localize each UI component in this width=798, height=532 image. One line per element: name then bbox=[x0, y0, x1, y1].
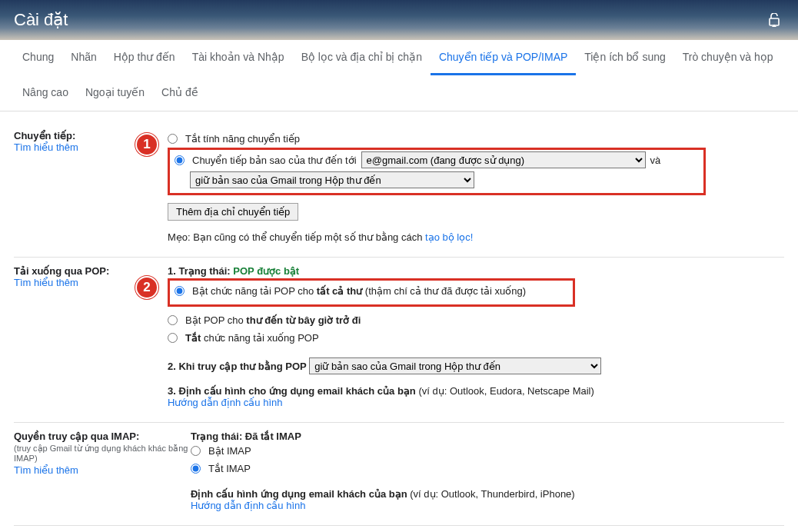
pop-disable-radio[interactable] bbox=[168, 333, 178, 343]
tab-labels[interactable]: Nhãn bbox=[62, 40, 105, 75]
tab-themes[interactable]: Chủ đề bbox=[153, 75, 207, 111]
forwarding-disable-radio[interactable] bbox=[168, 134, 178, 144]
imap-enable-label: Bật IMAP bbox=[208, 444, 251, 458]
section-pop: Tải xuống qua POP: Tìm hiểu thêm 2 1. Tr… bbox=[14, 258, 784, 423]
tabs-row-2: Nâng cao Ngoại tuyến Chủ đề bbox=[14, 75, 784, 111]
imap-disable-radio[interactable] bbox=[191, 464, 201, 474]
forwarding-email-select[interactable]: e@gmail.com (đang được sử dụng) bbox=[361, 151, 646, 168]
tab-forwarding-pop-imap[interactable]: Chuyển tiếp và POP/IMAP bbox=[431, 40, 576, 75]
imap-status-value: Đã tắt IMAP bbox=[245, 431, 301, 442]
imap-disable-label: Tắt IMAP bbox=[208, 461, 251, 476]
annotation-badge-2: 2 bbox=[135, 276, 158, 299]
imap-config: Định cấu hình ứng dụng email khách của b… bbox=[191, 488, 784, 511]
annotation-badge-1: 1 bbox=[135, 133, 158, 156]
forwarding-enable-prefix: Chuyển tiếp bản sao của thư đến tới bbox=[192, 155, 357, 166]
tab-filters[interactable]: Bộ lọc và địa chỉ bị chặn bbox=[293, 40, 431, 75]
forwarding-callout: Chuyển tiếp bản sao của thư đến tới e@gm… bbox=[168, 148, 706, 195]
forwarding-disable-label: Tắt tính năng chuyển tiếp bbox=[185, 131, 300, 146]
pop-callout: Bật chức năng tải POP cho tất cả thư (th… bbox=[168, 278, 575, 307]
settings-header: Cài đặt bbox=[0, 0, 798, 40]
tab-accounts[interactable]: Tài khoản và Nhập bbox=[184, 40, 293, 75]
imap-learn-more-link[interactable]: Tìm hiểu thêm bbox=[14, 464, 78, 476]
pop-step-3: 3. Định cấu hình cho ứng dụng email khác… bbox=[168, 385, 784, 408]
pop-enable-all-label: Bật chức năng tải POP cho tất cả thư (th… bbox=[192, 284, 526, 298]
settings-content: Chuyển tiếp: Tìm hiểu thêm 1 Tắt tính nă… bbox=[0, 111, 798, 532]
imap-label: Quyền truy cập qua IMAP: bbox=[14, 431, 191, 442]
forwarding-learn-more-link[interactable]: Tìm hiểu thêm bbox=[14, 141, 78, 153]
pop-enable-all-radio[interactable] bbox=[175, 286, 185, 296]
pop-config-guide-link[interactable]: Hướng dẫn định cấu hình bbox=[168, 397, 282, 408]
tab-advanced[interactable]: Nâng cao bbox=[14, 75, 77, 111]
section-imap: Quyền truy cập qua IMAP: (truy cập Gmail… bbox=[14, 423, 784, 526]
settings-tabs: Chung Nhãn Hộp thư đến Tài khoản và Nhập… bbox=[0, 40, 798, 111]
add-forwarding-address-button[interactable]: Thêm địa chỉ chuyển tiếp bbox=[168, 203, 298, 221]
pop-status-line: 1. Trạng thái: POP được bật bbox=[168, 265, 784, 277]
pop-access-action-select[interactable]: giữ bản sao của Gmail trong Hộp thư đến bbox=[309, 357, 601, 374]
pop-step-2: 2. Khi truy cập thư bằng POP giữ bản sao… bbox=[168, 357, 784, 374]
pop-status-value: POP được bật bbox=[233, 265, 299, 277]
tab-addons[interactable]: Tiện ích bổ sung bbox=[576, 40, 673, 75]
pop-learn-more-link[interactable]: Tìm hiểu thêm bbox=[14, 277, 78, 288]
forwarding-tip: Mẹo: Bạn cũng có thể chuyển tiếp một số … bbox=[168, 231, 784, 243]
page-title: Cài đặt bbox=[14, 10, 68, 30]
pop-enable-new-label: Bật POP cho thư đến từ bây giờ trở đi bbox=[185, 313, 361, 328]
forwarding-keepcopy-select[interactable]: giữ bản sao của Gmail trong Hộp thư đến bbox=[190, 171, 474, 188]
pop-disable-label: Tắt chức năng tải xuống POP bbox=[185, 331, 319, 345]
imap-sublabel: (truy cập Gmail từ ứng dụng khách khác b… bbox=[14, 444, 191, 463]
pop-enable-new-radio[interactable] bbox=[168, 315, 178, 325]
tab-general[interactable]: Chung bbox=[14, 40, 62, 75]
tab-inbox[interactable]: Hộp thư đến bbox=[105, 40, 184, 75]
imap-status-line: Trạng thái: Đã tắt IMAP bbox=[191, 431, 784, 442]
tabs-row-1: Chung Nhãn Hộp thư đến Tài khoản và Nhập… bbox=[14, 40, 784, 75]
tab-chat-meet[interactable]: Trò chuyện và họp bbox=[674, 40, 782, 75]
svg-rect-0 bbox=[770, 18, 779, 25]
imap-config-guide-link[interactable]: Hướng dẫn định cấu hình bbox=[191, 500, 305, 511]
pop-label: Tải xuống qua POP: bbox=[14, 265, 168, 277]
forwarding-and: và bbox=[650, 155, 661, 166]
section-forwarding: Chuyển tiếp: Tìm hiểu thêm 1 Tắt tính nă… bbox=[14, 122, 784, 258]
tab-offline[interactable]: Ngoại tuyến bbox=[77, 75, 153, 111]
create-filter-link[interactable]: tạo bộ lọc! bbox=[425, 231, 473, 243]
imap-enable-radio[interactable] bbox=[191, 446, 201, 456]
lock-icon[interactable] bbox=[764, 10, 784, 30]
forwarding-enable-radio[interactable] bbox=[175, 155, 185, 165]
